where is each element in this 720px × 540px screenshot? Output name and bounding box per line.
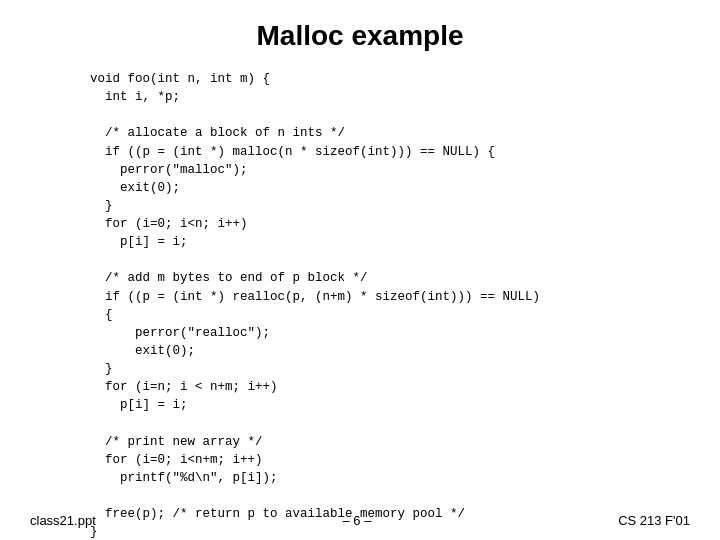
footer-left: class21.ppt: [30, 513, 96, 528]
footer-center: – 6 –: [342, 513, 371, 528]
footer: class21.ppt – 6 – CS 213 F'01: [0, 513, 720, 528]
code-content: void foo(int n, int m) { int i, *p; /* a…: [90, 70, 690, 540]
page-title: Malloc example: [30, 20, 690, 52]
footer-right: CS 213 F'01: [618, 513, 690, 528]
code-block: void foo(int n, int m) { int i, *p; /* a…: [90, 70, 690, 540]
page: Malloc example void foo(int n, int m) { …: [0, 0, 720, 540]
